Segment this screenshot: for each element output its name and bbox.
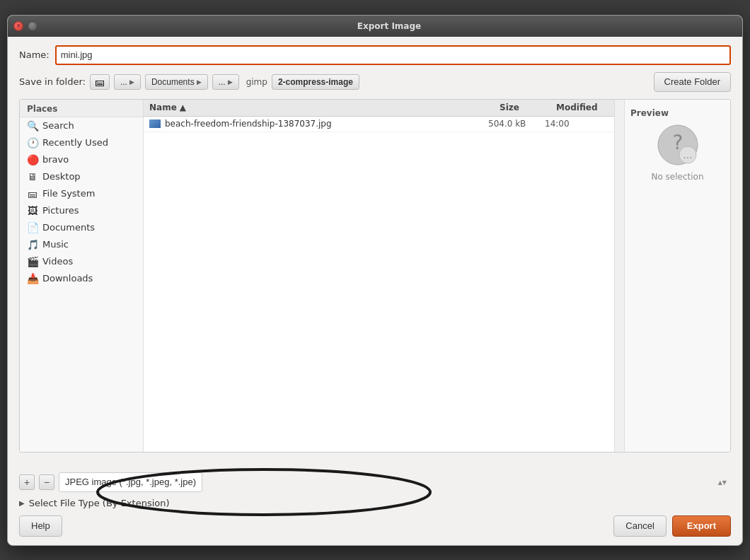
breadcrumb-2-arrow: ▶ <box>197 78 202 86</box>
folder-label: Save in folder: <box>19 76 86 87</box>
gimp-label: gimp <box>246 77 267 87</box>
file-list[interactable]: beach-freedom-friendship-1387037.jpg 504… <box>144 117 614 452</box>
bottom-section: + − JPEG image (*.jpg, *.jpeg, *.jpe) ▶ … <box>8 467 742 545</box>
remove-place-button[interactable]: − <box>39 474 54 490</box>
expand-row[interactable]: ▶ Select File Type (By Extension) <box>19 498 731 508</box>
filesystem-icon: 🖴 <box>27 188 38 199</box>
name-label: Name: <box>19 49 50 60</box>
dialog-title: Export Image <box>42 21 737 31</box>
titlebar: × Export Image <box>8 16 742 37</box>
export-image-dialog: × Export Image Name: Save in folder: 🖴 .… <box>7 15 743 546</box>
sidebar-item-videos[interactable]: 🎬 Videos <box>20 253 143 270</box>
filetype-wrapper: JPEG image (*.jpg, *.jpeg, *.jpe) <box>59 472 731 492</box>
breadcrumb-1-label: ... <box>120 77 127 87</box>
folder-row: Save in folder: 🖴 ... ▶ Documents ▶ ... … <box>19 72 731 92</box>
file-area: Name ▲ Size Modified beach-freedom-frien… <box>144 100 614 452</box>
main-area: Places 🔍 Search 🕐 Recently Used 🔴 bravo … <box>19 99 731 453</box>
sidebar-item-pictures[interactable]: 🖼 Pictures <box>20 202 143 219</box>
col-modified-header[interactable]: Modified <box>550 103 614 112</box>
file-size: 504.0 kB <box>488 119 545 129</box>
downloads-icon: 📥 <box>27 273 38 284</box>
sidebar-pictures-label: Pictures <box>42 205 79 216</box>
preview-header: Preview <box>630 108 669 118</box>
cancel-button[interactable]: Cancel <box>613 515 666 537</box>
sidebar: Places 🔍 Search 🕐 Recently Used 🔴 bravo … <box>20 100 144 452</box>
expand-label: Select File Type (By Extension) <box>29 498 170 508</box>
name-input[interactable] <box>55 45 731 65</box>
sidebar-item-desktop[interactable]: 🖥 Desktop <box>20 168 143 185</box>
sidebar-desktop-label: Desktop <box>42 171 81 182</box>
right-buttons: Cancel Export <box>613 515 731 537</box>
name-row: Name: <box>19 45 731 65</box>
compress-button[interactable]: 2-compress-image <box>272 74 359 90</box>
dialog-buttons: Help Cancel Export <box>19 515 731 537</box>
sidebar-downloads-label: Downloads <box>42 273 93 284</box>
sidebar-music-label: Music <box>42 239 69 250</box>
create-folder-button[interactable]: Create Folder <box>654 72 731 92</box>
breadcrumb-3-label: ... <box>219 77 226 87</box>
file-icon <box>149 119 161 128</box>
sidebar-item-downloads[interactable]: 📥 Downloads <box>20 270 143 287</box>
help-button[interactable]: Help <box>19 515 62 537</box>
no-selection-label: No selection <box>651 172 703 182</box>
desktop-icon: 🖥 <box>27 171 38 182</box>
file-header: Name ▲ Size Modified <box>144 100 614 117</box>
sidebar-videos-label: Videos <box>42 256 73 267</box>
file-modified: 14:00 <box>545 119 608 129</box>
sidebar-item-documents[interactable]: 📄 Documents <box>20 219 143 236</box>
bravo-icon: 🔴 <box>27 154 38 165</box>
filetype-row: + − JPEG image (*.jpg, *.jpeg, *.jpe) <box>19 472 731 492</box>
col-name-label: Name <box>149 103 177 112</box>
svg-text:...: ... <box>683 149 692 161</box>
scrollbar[interactable] <box>614 100 624 452</box>
breadcrumb-2[interactable]: Documents ▶ <box>145 74 208 90</box>
table-row[interactable]: beach-freedom-friendship-1387037.jpg 504… <box>144 117 614 132</box>
breadcrumb-3[interactable]: ... ▶ <box>212 74 239 90</box>
breadcrumb-1[interactable]: ... ▶ <box>114 74 141 90</box>
breadcrumb-1-arrow: ▶ <box>129 78 134 86</box>
col-name-header[interactable]: Name ▲ <box>144 103 494 112</box>
col-size-header[interactable]: Size <box>494 103 550 112</box>
close-button[interactable]: × <box>13 21 23 31</box>
music-icon: 🎵 <box>27 239 38 250</box>
search-icon: 🔍 <box>27 120 38 132</box>
videos-icon: 🎬 <box>27 256 38 267</box>
pictures-icon: 🖼 <box>27 205 38 216</box>
sidebar-item-recently-used[interactable]: 🕐 Recently Used <box>20 134 143 151</box>
sidebar-item-filesystem[interactable]: 🖴 File System <box>20 185 143 202</box>
expand-arrow-icon: ▶ <box>19 499 25 507</box>
filetype-select[interactable]: JPEG image (*.jpg, *.jpeg, *.jpe) <box>59 472 202 492</box>
minimize-button[interactable] <box>28 21 38 31</box>
sidebar-item-search[interactable]: 🔍 Search <box>20 117 143 134</box>
sidebar-filesystem-label: File System <box>42 188 95 199</box>
sidebar-documents-label: Documents <box>42 222 95 233</box>
sidebar-search-label: Search <box>42 120 74 131</box>
recently-used-icon: 🕐 <box>27 137 38 148</box>
dialog-body: Name: Save in folder: 🖴 ... ▶ Documents … <box>8 37 742 467</box>
sidebar-item-music[interactable]: 🎵 Music <box>20 236 143 253</box>
breadcrumb-3-arrow: ▶ <box>228 78 233 86</box>
preview-icon: ? ... <box>657 124 699 166</box>
sort-arrow: ▲ <box>180 103 186 112</box>
folder-home-button[interactable]: 🖴 <box>90 74 110 90</box>
preview-panel: Preview ? ... No selection <box>624 100 730 452</box>
export-button[interactable]: Export <box>672 515 731 537</box>
add-place-button[interactable]: + <box>19 474 35 490</box>
sidebar-bravo-label: bravo <box>42 154 69 165</box>
sidebar-recently-used-label: Recently Used <box>42 137 108 148</box>
sidebar-header: Places <box>20 100 143 117</box>
documents-icon: 📄 <box>27 222 38 233</box>
breadcrumb-2-label: Documents <box>151 77 195 87</box>
sidebar-item-bravo[interactable]: 🔴 bravo <box>20 151 143 168</box>
file-name: beach-freedom-friendship-1387037.jpg <box>165 119 488 129</box>
